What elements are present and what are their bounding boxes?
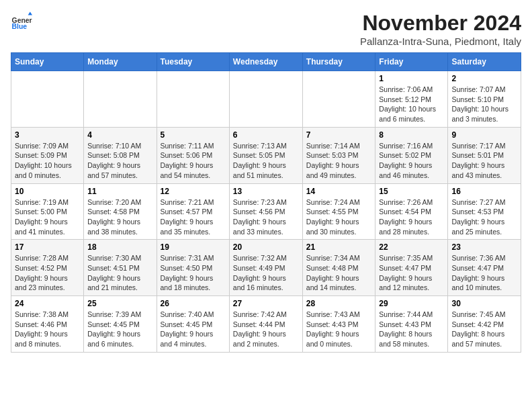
- day-number: 2: [451, 74, 517, 83]
- day-number: 27: [233, 299, 299, 308]
- day-cell: 13Sunrise: 7:23 AM Sunset: 4:56 PM Dayli…: [229, 183, 302, 240]
- day-info: Sunrise: 7:44 AM Sunset: 4:43 PM Dayligh…: [379, 310, 444, 349]
- day-cell: 11Sunrise: 7:20 AM Sunset: 4:58 PM Dayli…: [84, 183, 157, 240]
- day-info: Sunrise: 7:42 AM Sunset: 4:44 PM Dayligh…: [233, 310, 299, 349]
- day-cell: 8Sunrise: 7:16 AM Sunset: 5:02 PM Daylig…: [375, 127, 448, 183]
- day-info: Sunrise: 7:23 AM Sunset: 4:56 PM Dayligh…: [233, 197, 299, 237]
- day-cell: 16Sunrise: 7:27 AM Sunset: 4:53 PM Dayli…: [448, 183, 521, 240]
- month-title: November 2024: [360, 11, 521, 36]
- day-number: 4: [87, 130, 152, 140]
- day-info: Sunrise: 7:11 AM Sunset: 5:06 PM Dayligh…: [161, 141, 226, 181]
- day-cell: 29Sunrise: 7:44 AM Sunset: 4:43 PM Dayli…: [375, 296, 448, 353]
- day-cell: 4Sunrise: 7:10 AM Sunset: 5:08 PM Daylig…: [84, 127, 157, 183]
- day-info: Sunrise: 7:09 AM Sunset: 5:09 PM Dayligh…: [15, 141, 80, 181]
- day-info: Sunrise: 7:20 AM Sunset: 4:58 PM Dayligh…: [87, 197, 152, 237]
- day-cell: [302, 71, 375, 128]
- day-cell: 17Sunrise: 7:28 AM Sunset: 4:52 PM Dayli…: [11, 240, 84, 296]
- day-info: Sunrise: 7:38 AM Sunset: 4:46 PM Dayligh…: [15, 310, 80, 349]
- day-cell: 15Sunrise: 7:26 AM Sunset: 4:54 PM Dayli…: [375, 183, 448, 240]
- day-info: Sunrise: 7:13 AM Sunset: 5:05 PM Dayligh…: [233, 141, 299, 181]
- day-cell: 1Sunrise: 7:06 AM Sunset: 5:12 PM Daylig…: [375, 71, 448, 128]
- day-cell: 20Sunrise: 7:32 AM Sunset: 4:49 PM Dayli…: [229, 240, 302, 296]
- logo-icon: General Blue: [11, 11, 32, 32]
- day-number: 12: [161, 187, 226, 196]
- day-number: 20: [233, 242, 299, 252]
- day-cell: 10Sunrise: 7:19 AM Sunset: 5:00 PM Dayli…: [11, 183, 84, 240]
- day-cell: 12Sunrise: 7:21 AM Sunset: 4:57 PM Dayli…: [157, 183, 229, 240]
- day-info: Sunrise: 7:10 AM Sunset: 5:08 PM Dayligh…: [87, 141, 152, 181]
- day-info: Sunrise: 7:35 AM Sunset: 4:47 PM Dayligh…: [379, 253, 444, 293]
- day-number: 10: [15, 187, 80, 196]
- day-cell: 27Sunrise: 7:42 AM Sunset: 4:44 PM Dayli…: [229, 296, 302, 353]
- day-cell: [11, 71, 84, 128]
- day-cell: [229, 71, 302, 128]
- week-row-5: 24Sunrise: 7:38 AM Sunset: 4:46 PM Dayli…: [11, 296, 521, 353]
- day-info: Sunrise: 7:45 AM Sunset: 4:42 PM Dayligh…: [451, 310, 517, 349]
- day-cell: 3Sunrise: 7:09 AM Sunset: 5:09 PM Daylig…: [11, 127, 84, 183]
- day-info: Sunrise: 7:21 AM Sunset: 4:57 PM Dayligh…: [161, 197, 226, 237]
- day-cell: 6Sunrise: 7:13 AM Sunset: 5:05 PM Daylig…: [229, 127, 302, 183]
- week-row-4: 17Sunrise: 7:28 AM Sunset: 4:52 PM Dayli…: [11, 240, 521, 296]
- day-cell: 7Sunrise: 7:14 AM Sunset: 5:03 PM Daylig…: [302, 127, 375, 183]
- day-number: 28: [306, 299, 372, 308]
- day-cell: 30Sunrise: 7:45 AM Sunset: 4:42 PM Dayli…: [448, 296, 521, 353]
- day-cell: [157, 71, 229, 128]
- header: General Blue November 2024 Pallanza-Intr…: [11, 11, 521, 47]
- day-info: Sunrise: 7:31 AM Sunset: 4:50 PM Dayligh…: [161, 253, 226, 293]
- title-area: November 2024 Pallanza-Intra-Suna, Piedm…: [360, 11, 521, 47]
- day-cell: 9Sunrise: 7:17 AM Sunset: 5:01 PM Daylig…: [448, 127, 521, 183]
- day-number: 1: [379, 74, 444, 83]
- day-number: 26: [161, 299, 226, 308]
- weekday-header-wednesday: Wednesday: [229, 53, 302, 71]
- day-cell: 21Sunrise: 7:34 AM Sunset: 4:48 PM Dayli…: [302, 240, 375, 296]
- day-info: Sunrise: 7:39 AM Sunset: 4:45 PM Dayligh…: [87, 310, 152, 349]
- day-number: 21: [306, 242, 372, 252]
- day-number: 8: [379, 130, 444, 140]
- day-info: Sunrise: 7:07 AM Sunset: 5:10 PM Dayligh…: [451, 85, 517, 124]
- day-number: 5: [161, 130, 226, 140]
- day-cell: 5Sunrise: 7:11 AM Sunset: 5:06 PM Daylig…: [157, 127, 229, 183]
- svg-marker-2: [28, 12, 32, 15]
- day-info: Sunrise: 7:14 AM Sunset: 5:03 PM Dayligh…: [306, 141, 372, 181]
- day-cell: 25Sunrise: 7:39 AM Sunset: 4:45 PM Dayli…: [84, 296, 157, 353]
- day-number: 22: [379, 242, 444, 252]
- weekday-header-sunday: Sunday: [11, 53, 84, 71]
- day-cell: 23Sunrise: 7:36 AM Sunset: 4:47 PM Dayli…: [448, 240, 521, 296]
- weekday-header-thursday: Thursday: [302, 53, 375, 71]
- weekday-header-row: SundayMondayTuesdayWednesdayThursdayFrid…: [11, 53, 521, 71]
- day-info: Sunrise: 7:19 AM Sunset: 5:00 PM Dayligh…: [15, 197, 80, 237]
- week-row-3: 10Sunrise: 7:19 AM Sunset: 5:00 PM Dayli…: [11, 183, 521, 240]
- day-cell: 26Sunrise: 7:40 AM Sunset: 4:45 PM Dayli…: [157, 296, 229, 353]
- day-info: Sunrise: 7:40 AM Sunset: 4:45 PM Dayligh…: [161, 310, 226, 349]
- day-info: Sunrise: 7:32 AM Sunset: 4:49 PM Dayligh…: [233, 253, 299, 293]
- day-info: Sunrise: 7:26 AM Sunset: 4:54 PM Dayligh…: [379, 197, 444, 237]
- day-cell: [84, 71, 157, 128]
- day-number: 11: [87, 187, 152, 196]
- day-cell: 22Sunrise: 7:35 AM Sunset: 4:47 PM Dayli…: [375, 240, 448, 296]
- day-number: 7: [306, 130, 372, 140]
- day-info: Sunrise: 7:24 AM Sunset: 4:55 PM Dayligh…: [306, 197, 372, 237]
- day-number: 29: [379, 299, 444, 308]
- day-number: 24: [15, 299, 80, 308]
- day-number: 15: [379, 187, 444, 196]
- calendar: SundayMondayTuesdayWednesdayThursdayFrid…: [11, 52, 521, 353]
- day-number: 16: [451, 187, 517, 196]
- day-cell: 24Sunrise: 7:38 AM Sunset: 4:46 PM Dayli…: [11, 296, 84, 353]
- day-number: 23: [451, 242, 517, 252]
- day-info: Sunrise: 7:30 AM Sunset: 4:51 PM Dayligh…: [87, 253, 152, 293]
- location-subtitle: Pallanza-Intra-Suna, Piedmont, Italy: [360, 36, 521, 47]
- weekday-header-saturday: Saturday: [448, 53, 521, 71]
- day-cell: 28Sunrise: 7:43 AM Sunset: 4:43 PM Dayli…: [302, 296, 375, 353]
- day-number: 9: [451, 130, 517, 140]
- day-info: Sunrise: 7:17 AM Sunset: 5:01 PM Dayligh…: [451, 141, 517, 181]
- day-number: 13: [233, 187, 299, 196]
- weekday-header-tuesday: Tuesday: [157, 53, 229, 71]
- svg-text:Blue: Blue: [12, 23, 28, 30]
- day-info: Sunrise: 7:43 AM Sunset: 4:43 PM Dayligh…: [306, 310, 372, 349]
- day-number: 25: [87, 299, 152, 308]
- logo: General Blue: [11, 11, 32, 32]
- day-number: 3: [15, 130, 80, 140]
- day-cell: 2Sunrise: 7:07 AM Sunset: 5:10 PM Daylig…: [448, 71, 521, 128]
- day-cell: 18Sunrise: 7:30 AM Sunset: 4:51 PM Dayli…: [84, 240, 157, 296]
- day-info: Sunrise: 7:36 AM Sunset: 4:47 PM Dayligh…: [451, 253, 517, 293]
